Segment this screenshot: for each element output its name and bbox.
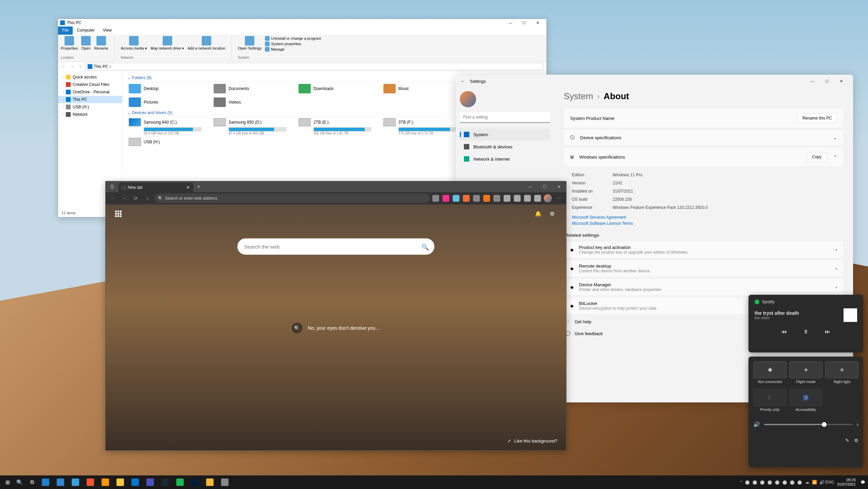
nav-network-internet[interactable]: Network & internet [460,153,550,165]
vertical-tabs-button[interactable]: ☰ [106,181,119,192]
link[interactable]: Microsoft Services Agreement [564,214,844,220]
extension-icon[interactable] [432,195,439,202]
tray-icon[interactable]: ⬤ [782,479,788,485]
browser-tab[interactable]: ⬚ New tab ✕ [119,183,193,192]
address-bar[interactable]: 🔍 Search or enter web address [155,194,430,203]
folder-pictures[interactable]: Pictures [127,95,212,109]
expand-icon[interactable]: ⤢ [507,438,511,443]
minimize-button[interactable]: — [504,19,517,26]
nav-system[interactable]: System [460,128,550,141]
rename-pc-button[interactable]: Rename this PC [797,113,837,123]
menu-button[interactable]: ⋯ [555,194,563,203]
prev-track-button[interactable]: ⏮ [781,329,787,335]
minimize-button[interactable]: — [806,76,820,86]
related-product-key-and-activation[interactable]: ◆Product key and activationChange the pr… [564,241,844,258]
extension-icon[interactable] [493,195,500,202]
qs-tile-flight-mode[interactable]: ✈ [789,361,822,378]
ribbon-properties[interactable]: Properties [61,36,78,55]
taskbar-app-edge-canary[interactable] [69,476,82,488]
nav-fwd-button[interactable]: → [69,64,75,69]
page-settings-icon[interactable]: ⚙ [550,211,557,217]
tray-icon[interactable]: ⬤ [760,479,765,485]
folder-documents[interactable]: Documents [212,82,297,95]
related-remote-desktop[interactable]: ◆Remote desktopControl this device from … [564,260,844,277]
tray-icon[interactable]: ⬤ [790,479,795,485]
extension-icon[interactable] [504,195,510,202]
close-button[interactable]: ✕ [834,76,848,86]
volume-slider[interactable] [764,424,853,425]
sidebar-usb[interactable]: ›USB (H:) [58,103,122,111]
drive-item[interactable]: 2TB (E:)201 GB free of 1.81 TB [297,117,382,137]
taskbar-app-edge[interactable] [39,476,52,488]
user-avatar[interactable] [460,91,476,107]
settings-search[interactable] [460,112,550,123]
nav-bluetooth-devices[interactable]: Bluetooth & devices [460,141,550,153]
breadcrumb-parent[interactable]: System [564,91,593,102]
taskbar-app-firefox[interactable] [99,476,111,488]
ribbon-map-drive[interactable]: Map network drive ▾ [150,36,184,55]
trivia-banner[interactable]: 🔍 No, your eyes don't deceive you… [292,323,380,333]
extension-icon[interactable] [483,195,490,202]
folder-music[interactable]: Music [382,82,467,95]
tray-icon[interactable]: ⬤ [767,479,773,485]
clock[interactable]: 09:25 31/07/2021 [834,478,858,487]
nav-up-button[interactable]: ↑ [77,64,83,69]
drive-item[interactable]: Samsung 850 (D:)97.5 GB free of 465 GB [212,117,297,137]
edit-quick-settings-button[interactable]: ✎ [845,438,849,443]
close-button[interactable]: ✕ [531,19,544,26]
play-pause-button[interactable]: ⏸ [803,329,809,335]
drive-item[interactable]: USB (H:) [127,137,212,147]
ribbon-manage[interactable]: Manage [265,47,321,52]
related-device-manager[interactable]: ◆Device ManagerPrinter and other drivers… [564,278,844,296]
extension-icon[interactable] [524,195,531,202]
volume-icon[interactable]: 🔊 [753,421,760,428]
tab-file[interactable]: File [58,26,73,35]
search-icon[interactable]: 🔍 [421,243,428,250]
extension-icon[interactable] [463,195,470,202]
tray-chevron[interactable]: ⌃ [740,480,743,485]
media-source[interactable]: Spotify [755,300,857,304]
tray-network-icon[interactable]: 📶 [812,479,817,485]
tray-volume-icon[interactable]: 🔊 [819,479,825,485]
tray-icon[interactable]: ⬤ [752,479,758,485]
close-button[interactable]: ✕ [552,181,566,192]
next-track-button[interactable]: ⏭ [825,329,830,335]
tab-view[interactable]: View [99,26,116,35]
copy-button[interactable]: Copy [807,152,827,162]
ribbon-open-settings[interactable]: Open Settings [238,36,261,55]
close-tab-button[interactable]: ✕ [186,185,190,190]
minimize-button[interactable]: — [523,181,538,192]
maximize-button[interactable]: ☐ [820,76,834,86]
sidebar-onedrive[interactable]: ›OneDrive - Personal [58,88,122,96]
tray-icon[interactable]: ⬤ [797,479,802,485]
notifications-icon[interactable]: 🔔 [535,211,542,217]
back-button[interactable]: ← [460,78,465,84]
taskbar-app-settings[interactable] [219,476,231,488]
back-button[interactable]: ← [108,194,117,203]
qs-tile-night-light[interactable]: ☀ [825,361,858,378]
folder-videos[interactable]: Videos [212,95,297,109]
ribbon-open[interactable]: Open [81,36,91,55]
link[interactable]: Microsoft Software Licence Terms [564,220,844,227]
apps-grid-icon[interactable] [115,211,124,219]
extension-icon[interactable] [442,195,449,202]
ribbon-add-location[interactable]: Add a network location [187,36,225,55]
refresh-button[interactable]: ⟳ [131,194,140,203]
edge-titlebar[interactable]: ☰ ⬚ New tab ✕ + — ☐ ✕ [106,181,566,192]
qs-tile-accessibility[interactable]: ♿ [789,389,822,406]
taskbar-app-notes[interactable] [204,476,216,488]
search-button[interactable]: 🔍 [15,477,24,487]
sidebar-network[interactable]: ›Network [58,111,122,118]
sidebar-quick-access[interactable]: ›Quick access [58,73,122,81]
ribbon-sys-props[interactable]: System properties [265,41,321,46]
forward-button[interactable]: → [120,194,129,203]
tray-language-icon[interactable]: ENG [827,479,832,485]
profile-avatar[interactable] [544,194,552,202]
taskbar-app-teams[interactable] [144,476,156,488]
web-search-box[interactable]: 🔍 [237,238,434,255]
notifications-button[interactable]: 💬 [861,480,865,485]
tray-icon[interactable]: ⬤ [775,479,780,485]
tab-computer[interactable]: Computer [73,26,99,35]
sidebar-creative-cloud[interactable]: ›Creative Cloud Files [58,81,122,88]
explorer-titlebar[interactable]: This PC — ☐ ✕ [58,19,546,26]
